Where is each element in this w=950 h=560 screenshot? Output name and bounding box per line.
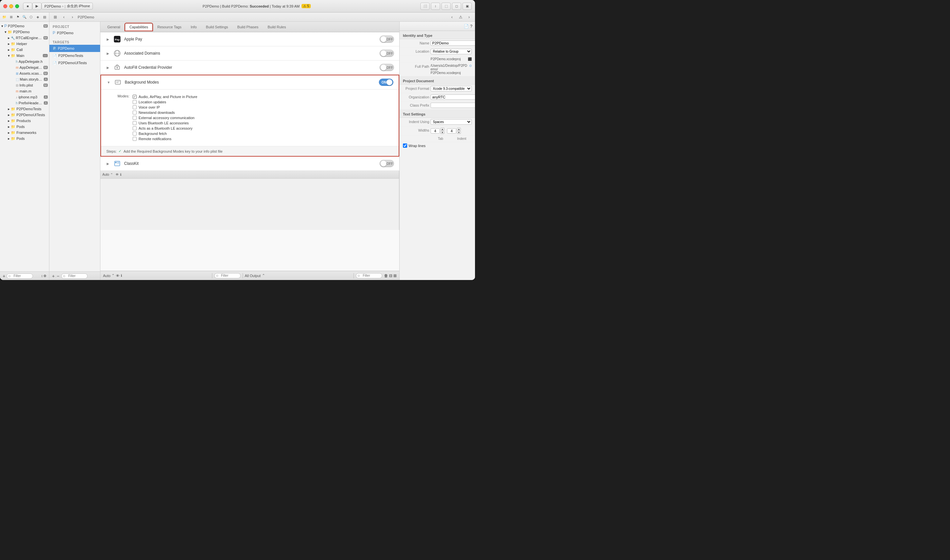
associated-domains-toggle[interactable]: OFF	[380, 50, 394, 57]
name-input[interactable]	[431, 40, 475, 46]
reveal-in-finder-btn[interactable]: ⬛	[468, 57, 472, 61]
tab-width-input[interactable]	[431, 128, 440, 134]
tree-item-prefix[interactable]: h PrefixHeader.pch A	[0, 100, 49, 106]
forward-btn[interactable]: ›	[69, 14, 76, 20]
autofill-toggle[interactable]: OFF	[380, 64, 394, 71]
back-btn[interactable]: ‹	[60, 14, 67, 20]
fullpath-reveal-btn[interactable]: ⊙	[469, 64, 472, 68]
fullscreen-button[interactable]	[15, 4, 19, 8]
tree-item-main[interactable]: ▾ 📁 Main —	[0, 53, 49, 58]
tab-build-phases[interactable]: Build Phases	[233, 23, 263, 31]
location-select[interactable]: Relative to Group Absolute Path	[431, 49, 472, 54]
mode-location-checkbox[interactable]	[132, 100, 137, 104]
indent-width-up[interactable]: ▲	[457, 128, 461, 131]
tab-build-settings[interactable]: Build Settings	[202, 23, 232, 31]
navigator-toggle[interactable]: ↕	[431, 3, 440, 10]
proj-item-p2pdemo-target[interactable]: P P2PDemo	[49, 45, 100, 52]
play-button[interactable]: ▶	[32, 3, 42, 10]
mode-voip-checkbox[interactable]	[132, 105, 137, 109]
classkit-toggle[interactable]: OFF	[380, 160, 394, 167]
mode-external-checkbox[interactable]	[132, 116, 137, 120]
tree-item-pods-1[interactable]: ▸ 📁 Pods	[0, 124, 49, 130]
tree-item-mainm[interactable]: m main.m	[0, 88, 49, 94]
hierarchy-btn[interactable]: ↕	[41, 274, 43, 278]
stop-button[interactable]: ■	[23, 3, 32, 10]
tree-item-assets[interactable]: ⊞ Assets.xcassets M	[0, 71, 49, 76]
apple-pay-expand[interactable]: ▶	[106, 37, 110, 42]
mode-bluetooth-le-checkbox[interactable]	[132, 121, 137, 125]
debug-toggle[interactable]: ◻	[452, 3, 461, 10]
tab-width-down[interactable]: ▼	[440, 131, 444, 134]
reports-nav-btn[interactable]: ▤	[42, 14, 48, 20]
eye-btn-bottom[interactable]: 👁	[116, 274, 120, 278]
inspector-toggle[interactable]: ⬜	[420, 3, 430, 10]
tree-item-rtcallengine[interactable]: ▸ 🔧 RTCallEngine.framework M	[0, 35, 49, 41]
remove-target-button[interactable]: −	[57, 274, 59, 279]
proj-item-p2pdemoutests-target[interactable]: 📄 P2PDemoUITests	[49, 59, 100, 66]
tree-item-p2pdemotests[interactable]: ▸ 📁 P2PDemoTests	[0, 106, 49, 112]
indent-using-select[interactable]: Spaces Tabs	[431, 119, 472, 125]
mode-bg-fetch-checkbox[interactable]	[132, 132, 137, 135]
bg-modes-expand[interactable]: ▼	[106, 80, 111, 85]
tree-item-appdelegate-h[interactable]: h AppDelegate.h	[0, 58, 49, 65]
search-nav-btn[interactable]: 🔍	[22, 14, 27, 20]
tab-build-rules[interactable]: Build Rules	[263, 23, 290, 31]
tree-item-frameworks[interactable]: ▸ 📁 Frameworks	[0, 130, 49, 135]
folder-nav-btn[interactable]: 📁	[1, 14, 7, 20]
close-button[interactable]	[3, 4, 7, 8]
tab-width-up[interactable]: ▲	[440, 128, 444, 131]
trash-btn[interactable]: 🗑	[384, 274, 388, 278]
mode-bluetooth-peripheral-checkbox[interactable]	[132, 126, 137, 130]
mode-newsstand-checkbox[interactable]	[132, 111, 137, 114]
scheme-selector[interactable]: P2PDemo › | 余生的 iPhone	[42, 3, 93, 9]
tree-item-p2pdemoutests[interactable]: ▸ 📁 P2PDemoUITests	[0, 112, 49, 118]
tree-item-appdelegate-m[interactable]: m AppDelegate.m M	[0, 65, 49, 71]
split-view-btn[interactable]: ⊟	[389, 274, 393, 278]
apple-pay-toggle[interactable]: OFF	[380, 35, 394, 43]
class-prefix-input[interactable]	[431, 103, 475, 108]
grid-view-btn[interactable]: ⊞	[52, 14, 59, 20]
add-target-button[interactable]: +	[52, 274, 55, 279]
tree-item-helper[interactable]: ▸ 📁 Helper	[0, 41, 49, 47]
source-nav-btn[interactable]: ⊞	[8, 14, 14, 20]
tree-item-storyboard[interactable]: ⬚ Main.storyboard A	[0, 76, 49, 82]
minimize-button[interactable]	[9, 4, 13, 8]
tab-info[interactable]: Info	[186, 23, 201, 31]
tab-general[interactable]: General	[103, 23, 125, 31]
settings-btn[interactable]: ⚙	[43, 274, 46, 278]
help-btn[interactable]: ?	[470, 24, 473, 29]
tree-item-products[interactable]: ▸ 📁 Products	[0, 118, 49, 124]
tree-item-call[interactable]: ▸ 📁 Call	[0, 47, 49, 53]
indent-width-down[interactable]: ▼	[457, 131, 461, 134]
tree-item-iphonemp3[interactable]: ♪ iphone.mp3 A	[0, 94, 49, 100]
debug-nav-btn[interactable]: ⬡	[28, 14, 34, 20]
proj-item-p2pdemo-project[interactable]: P P2PDemo	[49, 29, 100, 37]
add-file-button[interactable]: +	[3, 274, 5, 279]
tree-item-pods-2[interactable]: ▸ 📁 Pods	[0, 135, 49, 142]
wrap-lines-checkbox[interactable]	[403, 143, 407, 148]
issues-nav-btn[interactable]: ⚑	[15, 14, 21, 20]
info-btn-bottom[interactable]: ℹ	[121, 274, 122, 277]
breakpoints-nav-btn[interactable]: ◈	[35, 14, 41, 20]
nav-back-btn[interactable]: ‹	[449, 14, 455, 20]
mode-audio-checkbox[interactable]: ✓	[132, 95, 137, 99]
tree-item-infoplist[interactable]: ⊟ Info.plist M	[0, 82, 49, 88]
project-format-select[interactable]: Xcode 9.3-compatible Xcode 10-compatible	[431, 86, 472, 91]
assistant-toggle[interactable]: ▣	[462, 3, 472, 10]
nav-fwd-btn[interactable]: ›	[466, 14, 473, 20]
tree-item-p2pdemo-root[interactable]: ▾ P P2PDemo M	[0, 23, 49, 29]
tab-resource-tags[interactable]: Resource Tags	[153, 23, 186, 31]
warning-badge[interactable]: ⚠ 5	[302, 4, 311, 8]
info-btn[interactable]: ℹ	[120, 173, 122, 176]
identity-type-btn[interactable]: 📄	[464, 24, 469, 29]
split-vertical-btn[interactable]: ⊞	[393, 274, 397, 278]
proj-item-p2pdemotests-target[interactable]: 📄 P2PDemoTests	[49, 52, 100, 59]
associated-domains-expand[interactable]: ▶	[106, 51, 110, 55]
warning-nav-btn[interactable]: ⚠	[457, 14, 464, 20]
indent-width-input[interactable]	[447, 128, 456, 134]
org-input[interactable]	[431, 94, 475, 100]
editor-toggle[interactable]: ⬚	[442, 3, 451, 10]
mode-remote-notif-checkbox[interactable]	[132, 137, 137, 141]
tab-capabilities[interactable]: Capabilities	[125, 23, 152, 31]
bg-modes-toggle[interactable]: ON	[379, 78, 393, 86]
